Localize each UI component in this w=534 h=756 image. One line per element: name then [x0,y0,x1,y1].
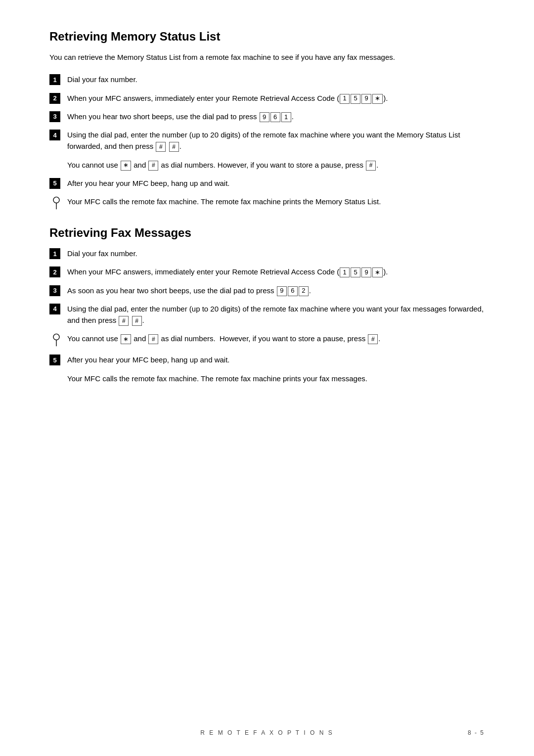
key-5: 5 [351,94,360,104]
step-content-1-4: Using the dial pad, enter the number (up… [67,129,485,152]
step-2-2: 2 When your MFC answers, immediately ent… [49,266,485,277]
key-1a: 1 [281,112,291,122]
step-num-1-5: 5 [49,178,60,189]
step-content-1-3: When you hear two short beeps, use the d… [67,111,294,122]
step-2-5: 5 After you hear your MFC beep, hang up … [49,354,485,365]
section-fax-messages: Retrieving Fax Messages 1 Dial your fax … [49,226,485,384]
note-icon-1 [49,196,63,210]
key2-hash2: # [132,316,142,326]
step-num-2-3: 3 [49,285,60,296]
step-num-1-3: 3 [49,111,60,122]
note-content-2-cannot: You cannot use ∗ and # as dial numbers. … [67,333,380,344]
step-num-2-1: 1 [49,248,60,259]
step-num-1-4: 4 [49,130,60,140]
key-star: ∗ [372,94,383,104]
key2-9a: 9 [277,286,287,296]
key-hash1: # [156,142,166,152]
key-9: 9 [361,94,371,104]
key-hash2: # [169,142,179,152]
footer-page: 8 - 5 [468,729,485,736]
key2-5: 5 [351,267,360,277]
key-star-note: ∗ [121,161,131,171]
step-content-2-2: When your MFC answers, immediately enter… [67,266,388,277]
section1-intro: You can retrieve the Memory Status List … [49,51,485,63]
key-hash-pause: # [366,161,376,171]
step-num-2-2: 2 [49,267,60,277]
step-1-2: 2 When your MFC answers, immediately ent… [49,92,485,104]
step1-4-note-text: You cannot use ∗ and # as dial numbers. … [67,161,378,169]
note-icon-2 [49,333,63,347]
step-num-2-4: 4 [49,304,60,314]
key-hash-note: # [148,161,158,171]
key2-hash1: # [119,316,129,326]
step-content-1-5: After you hear your MFC beep, hang up an… [67,178,230,189]
key2-hash-note: # [148,334,158,344]
key2-9: 9 [361,267,371,277]
section1-title: Retrieving Memory Status List [49,30,485,44]
step-1-5: 5 After you hear your MFC beep, hang up … [49,178,485,189]
key2-6a: 6 [288,286,298,296]
note-2-cannot: You cannot use ∗ and # as dial numbers. … [49,333,485,347]
step1-4-note: You cannot use ∗ and # as dial numbers. … [67,159,485,171]
key2-2a: 2 [299,286,309,296]
section-memory-status: Retrieving Memory Status List You can re… [49,30,485,210]
step-content-1-1: Dial your fax number. [67,74,137,85]
step2-5-note: Your MFC calls the remote fax machine. T… [67,373,485,384]
key2-hash-pause: # [368,334,378,344]
step-1-4: 4 Using the dial pad, enter the number (… [49,129,485,152]
step-num-2-5: 5 [49,355,60,365]
step-content-2-3: As soon as you hear two short beeps, use… [67,285,311,296]
page: Retrieving Memory Status List You can re… [0,0,534,756]
key-1: 1 [340,94,350,104]
key-6a: 6 [270,112,280,122]
key-9a: 9 [260,112,269,122]
step-content-2-4: Using the dial pad, enter the number (up… [67,303,485,326]
key2-star: ∗ [372,267,383,277]
step-content-2-1: Dial your fax number. [67,248,137,259]
section2-title: Retrieving Fax Messages [49,226,485,240]
footer: R E M O T E F A X O P T I O N S 8 - 5 [0,729,534,736]
svg-point-2 [53,334,59,340]
step-1-1: 1 Dial your fax number. [49,74,485,85]
step-2-4: 4 Using the dial pad, enter the number (… [49,303,485,326]
step-2-3: 3 As soon as you hear two short beeps, u… [49,285,485,296]
footer-label: R E M O T E F A X O P T I O N S [200,729,333,736]
step-num-1-1: 1 [49,74,60,85]
step-1-3: 3 When you hear two short beeps, use the… [49,111,485,122]
step-content-2-5: After you hear your MFC beep, hang up an… [67,354,230,365]
note-1-mfc: Your MFC calls the remote fax machine. T… [49,196,485,210]
step-content-1-2: When your MFC answers, immediately enter… [67,92,388,104]
key2-1: 1 [340,267,350,277]
step-2-1: 1 Dial your fax number. [49,248,485,259]
step-num-1-2: 2 [49,93,60,104]
step2-5-note-text: Your MFC calls the remote fax machine. T… [67,374,367,383]
svg-point-0 [53,197,59,203]
note-content-1: Your MFC calls the remote fax machine. T… [67,196,381,207]
key2-star-note: ∗ [121,334,131,344]
